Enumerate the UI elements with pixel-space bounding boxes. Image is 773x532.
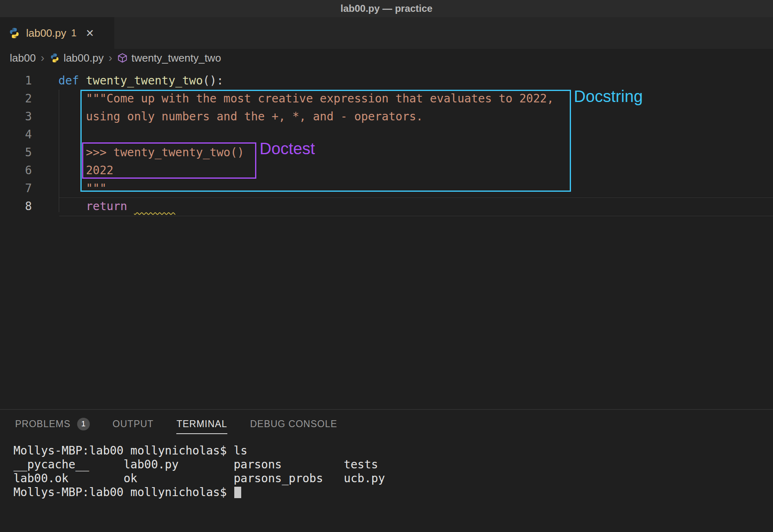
window-title: lab00.py — practice bbox=[340, 3, 432, 14]
code-editor[interactable]: 1def twenty_twenty_two():2 """Come up wi… bbox=[0, 67, 773, 409]
bottom-panel: PROBLEMS1OUTPUTTERMINALDEBUG CONSOLE Mol… bbox=[0, 409, 773, 532]
terminal-output[interactable]: Mollys-MBP:lab00 mollynicholas$ ls__pyca… bbox=[0, 439, 773, 499]
line-number[interactable]: 5 bbox=[0, 144, 32, 162]
breadcrumb-item-twenty_twenty_two[interactable]: twenty_twenty_two bbox=[117, 52, 221, 64]
symbol-cube-icon bbox=[117, 53, 128, 63]
line-number[interactable]: 2 bbox=[0, 90, 32, 108]
panel-tab-label: TERMINAL bbox=[176, 419, 227, 430]
code-text: """ bbox=[58, 180, 107, 197]
panel-tab-label: DEBUG CONSOLE bbox=[250, 419, 338, 430]
line-number[interactable]: 6 bbox=[0, 162, 32, 180]
code-text: 2022 bbox=[58, 162, 113, 180]
terminal-line: __pycache__ lab00.py parsons tests bbox=[13, 458, 773, 472]
code-line-6[interactable]: 6 2022 bbox=[0, 162, 773, 180]
panel-tab-output[interactable]: OUTPUT bbox=[113, 415, 154, 434]
breadcrumb-separator: › bbox=[109, 52, 112, 64]
tab-bar: lab00.py 1 ✕ bbox=[0, 17, 773, 49]
terminal-line: lab00.ok ok parsons_probs ucb.py bbox=[13, 472, 773, 485]
panel-tab-label: OUTPUT bbox=[113, 419, 154, 430]
python-icon bbox=[8, 27, 20, 39]
breadcrumb-item-lab00[interactable]: lab00 bbox=[10, 52, 36, 64]
code-lines: 1def twenty_twenty_two():2 """Come up wi… bbox=[0, 67, 773, 215]
breadcrumb-label: lab00.py bbox=[64, 52, 104, 64]
breadcrumb: lab00›lab00.py›twenty_twenty_two bbox=[0, 49, 773, 67]
line-number[interactable]: 3 bbox=[0, 108, 32, 126]
problems-count-badge: 1 bbox=[77, 418, 90, 430]
code-line-5[interactable]: 5 >>> twenty_twenty_two() bbox=[0, 144, 773, 162]
breadcrumb-label: twenty_twenty_two bbox=[131, 52, 221, 64]
panel-tab-bar: PROBLEMS1OUTPUTTERMINALDEBUG CONSOLE bbox=[0, 410, 773, 439]
panel-tab-label: PROBLEMS bbox=[15, 419, 71, 430]
tab-problems-badge: 1 bbox=[71, 27, 76, 39]
code-text: return ______ bbox=[58, 197, 175, 215]
code-line-3[interactable]: 3 using only numbers and the +, *, and -… bbox=[0, 108, 773, 126]
tab-lab00-py[interactable]: lab00.py 1 ✕ bbox=[0, 17, 114, 49]
code-line-2[interactable]: 2 """Come up with the most creative expr… bbox=[0, 90, 773, 108]
panel-tab-problems[interactable]: PROBLEMS1 bbox=[15, 415, 90, 434]
close-icon[interactable]: ✕ bbox=[86, 27, 94, 39]
line-number[interactable]: 7 bbox=[0, 180, 32, 197]
breadcrumb-label: lab00 bbox=[10, 52, 36, 64]
terminal-cursor bbox=[234, 487, 241, 498]
line-number[interactable]: 8 bbox=[0, 197, 32, 215]
terminal-line: Mollys-MBP:lab00 mollynicholas$ ls bbox=[13, 444, 773, 458]
tab-label: lab00.py bbox=[26, 27, 66, 40]
panel-tab-terminal[interactable]: TERMINAL bbox=[176, 415, 227, 434]
breadcrumb-separator: › bbox=[41, 52, 44, 64]
terminal-line: Mollys-MBP:lab00 mollynicholas$ bbox=[13, 485, 773, 499]
window-titlebar: lab00.py — practice bbox=[0, 0, 773, 17]
python-icon bbox=[49, 53, 60, 63]
breadcrumb-item-lab00.py[interactable]: lab00.py bbox=[49, 52, 104, 64]
code-text: """Come up with the most creative expres… bbox=[58, 90, 554, 108]
code-text: >>> twenty_twenty_two() bbox=[58, 144, 244, 162]
code-line-4[interactable]: 4 bbox=[0, 126, 773, 144]
code-text: def twenty_twenty_two(): bbox=[58, 72, 224, 90]
line-number[interactable]: 1 bbox=[0, 72, 32, 90]
panel-tab-debug-console[interactable]: DEBUG CONSOLE bbox=[250, 415, 338, 434]
line-number[interactable]: 4 bbox=[0, 126, 32, 144]
code-line-7[interactable]: 7 """ bbox=[0, 180, 773, 197]
code-line-1[interactable]: 1def twenty_twenty_two(): bbox=[0, 72, 773, 90]
code-line-8[interactable]: 8 return ______ bbox=[0, 197, 773, 215]
code-text: using only numbers and the +, *, and - o… bbox=[58, 108, 423, 126]
